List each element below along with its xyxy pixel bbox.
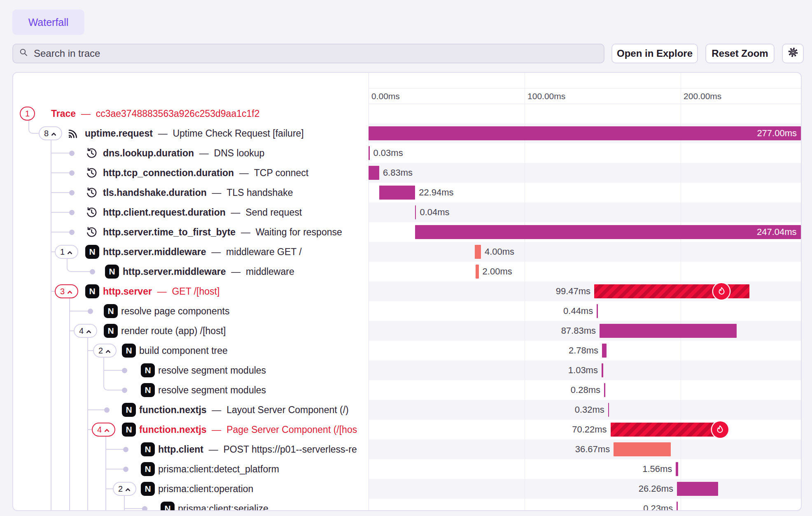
reset-zoom-label: Reset Zoom xyxy=(712,48,768,59)
chevron-up-icon xyxy=(67,289,73,295)
nextjs-icon: N xyxy=(141,383,155,397)
duration-label: 26.26ms xyxy=(639,479,673,499)
span-duration-bar[interactable] xyxy=(475,245,481,259)
span-title: tls.handshake.duration — TLS handshake xyxy=(103,183,293,202)
row-alt-background xyxy=(369,242,801,262)
span-row-left[interactable]: 1Trace — cc3ae3748883563a926c253d9aa1c1f… xyxy=(13,104,374,123)
span-title: http.client.request.duration — Send requ… xyxy=(103,202,302,222)
open-in-explore-button[interactable]: Open in Explore xyxy=(611,44,698,63)
nextjs-icon: N xyxy=(85,284,99,298)
span-duration-bar[interactable] xyxy=(476,265,479,279)
children-count-badge[interactable]: 2 xyxy=(113,482,136,496)
nextjs-icon: N xyxy=(141,482,155,496)
nextjs-icon: N xyxy=(104,324,118,338)
span-row-left[interactable]: 3 Nhttp.server — GET /[host] xyxy=(13,281,374,301)
span-duration-bar[interactable] xyxy=(676,462,678,476)
span-duration-bar[interactable] xyxy=(677,502,678,511)
span-row-left[interactable]: http.client.request.duration — Send requ… xyxy=(13,202,374,222)
settings-button[interactable] xyxy=(782,44,804,63)
duration-label: 277.00ms xyxy=(757,128,801,139)
span-row-left[interactable]: tls.handshake.duration — TLS handshake xyxy=(13,183,374,202)
children-count-badge[interactable]: 1 xyxy=(20,107,35,121)
time-axis-tick-label: 200.00ms xyxy=(684,89,721,103)
span-title: resolve page components xyxy=(121,301,229,321)
span-duration-bar[interactable] xyxy=(677,482,718,496)
span-duration-bar[interactable]: 277.00ms xyxy=(369,126,801,140)
children-count: 1 xyxy=(60,247,65,257)
span-duration-bar[interactable] xyxy=(602,344,607,358)
children-count-badge[interactable]: 2 xyxy=(93,344,117,358)
children-count: 4 xyxy=(79,326,84,336)
time-axis-tick-label: 0.00ms xyxy=(371,89,400,103)
span-duration-bar[interactable] xyxy=(608,403,609,417)
nextjs-icon: N xyxy=(141,462,155,476)
span-duration-bar[interactable] xyxy=(604,383,605,397)
span-row-left[interactable]: Nhttp.client — POST https://p01--serverl… xyxy=(13,439,374,459)
children-count-badge[interactable]: 8 xyxy=(39,126,62,140)
span-title: http.server.time_to_first_byte — Waiting… xyxy=(103,222,342,242)
children-count-badge[interactable]: 4 xyxy=(92,423,115,437)
span-row-left[interactable]: Nprisma:client:serialize xyxy=(13,499,374,511)
duration-label: 4.00ms xyxy=(485,242,514,262)
chevron-up-icon xyxy=(125,486,131,493)
span-row-left[interactable]: Nhttp.server.middleware — middleware xyxy=(13,262,374,281)
nextjs-icon: N xyxy=(122,423,136,437)
span-duration-bar[interactable]: 247.04ms xyxy=(415,225,800,239)
header-bottom-line xyxy=(369,104,801,104)
profile-flame-icon[interactable] xyxy=(712,421,728,438)
duration-label: 6.83ms xyxy=(383,163,413,183)
trace-waterfall-panel: 0.00ms100.00ms200.00ms1Trace — cc3ae3748… xyxy=(12,72,802,511)
span-row-left[interactable]: 4 Nfunction.nextjs — Page Server Compone… xyxy=(13,420,374,439)
chevron-up-icon xyxy=(67,249,73,256)
span-row-left[interactable]: 4 Nrender route (app) /[host] xyxy=(13,321,374,341)
children-count-badge[interactable]: 4 xyxy=(74,324,97,338)
span-row-left[interactable]: Nprisma:client:detect_platform xyxy=(13,459,374,479)
duration-label: 0.44ms xyxy=(563,301,593,321)
children-count: 2 xyxy=(118,484,123,494)
span-row-left[interactable]: Nresolve segment modules xyxy=(13,360,374,380)
span-title: http.server.middleware — middleware xyxy=(123,262,294,281)
span-title: http.tcp_connection.duration — TCP conne… xyxy=(103,163,308,183)
span-row-left[interactable]: 2 Nprisma:client:operation xyxy=(13,479,374,499)
duration-label: 36.67ms xyxy=(575,439,610,459)
clock-icon xyxy=(85,206,98,221)
span-row-left[interactable]: 8 uptime.request — Uptime Check Request … xyxy=(13,123,374,143)
span-duration-bar[interactable] xyxy=(597,304,598,318)
span-title: build component tree xyxy=(139,341,228,360)
time-axis-tick-label: 100.00ms xyxy=(527,89,565,103)
span-row-left[interactable]: dns.lookup.duration — DNS lookup xyxy=(13,143,374,163)
duration-label: 22.94ms xyxy=(419,183,453,202)
span-row-left[interactable]: 1 Nhttp.server.middleware — middleware G… xyxy=(13,242,374,262)
span-row-left[interactable]: http.tcp_connection.duration — TCP conne… xyxy=(13,163,374,183)
span-duration-bar[interactable] xyxy=(379,186,415,200)
span-duration-bar[interactable] xyxy=(602,363,603,377)
nextjs-icon: N xyxy=(161,502,175,511)
span-row-left[interactable]: Nresolve page components xyxy=(13,301,374,321)
span-duration-bar[interactable] xyxy=(611,423,720,437)
uptime-icon xyxy=(67,127,80,142)
children-count: 3 xyxy=(60,287,65,296)
duration-label: 0.32ms xyxy=(575,400,604,420)
span-row-left[interactable]: http.server.time_to_first_byte — Waiting… xyxy=(13,222,374,242)
children-count-badge[interactable]: 1 xyxy=(55,245,78,259)
duration-label: 1.56ms xyxy=(642,459,672,479)
span-duration-bar[interactable] xyxy=(614,442,671,456)
search-bar[interactable] xyxy=(12,44,604,63)
duration-label: 2.78ms xyxy=(569,341,598,360)
duration-label: 70.22ms xyxy=(572,420,607,439)
search-input[interactable] xyxy=(33,47,598,60)
open-in-explore-label: Open in Explore xyxy=(617,48,693,59)
span-row-left[interactable]: Nresolve segment modules xyxy=(13,380,374,400)
clock-icon xyxy=(85,147,98,161)
span-row-left[interactable]: 2 Nbuild component tree xyxy=(13,341,374,360)
children-count-badge[interactable]: 3 xyxy=(55,284,78,298)
span-row-left[interactable]: Nfunction.nextjs — Layout Server Compone… xyxy=(13,400,374,420)
span-title: dns.lookup.duration — DNS lookup xyxy=(103,143,264,163)
reset-zoom-button[interactable]: Reset Zoom xyxy=(705,44,775,63)
span-title: http.server — GET /[host] xyxy=(103,281,219,301)
chevron-up-icon xyxy=(105,348,111,354)
tab-waterfall[interactable]: Waterfall xyxy=(12,9,84,35)
clock-icon xyxy=(85,186,98,201)
span-title: function.nextjs — Layout Server Componen… xyxy=(139,400,349,420)
span-duration-bar[interactable] xyxy=(600,324,737,338)
